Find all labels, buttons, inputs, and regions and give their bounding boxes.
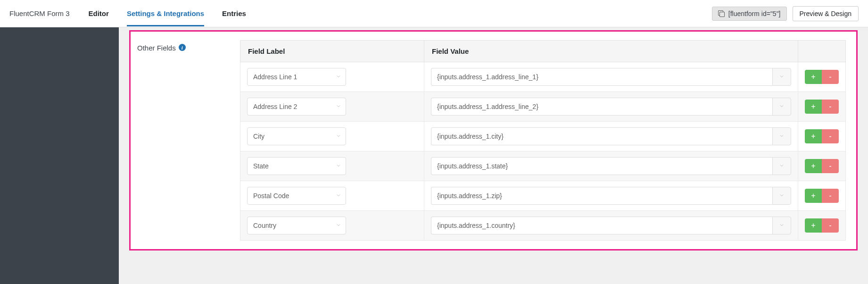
header-field-label: Field Label xyxy=(240,41,424,62)
preview-design-button[interactable]: Preview & Design xyxy=(793,6,859,21)
remove-row-button[interactable]: - xyxy=(822,70,839,84)
field-value-dropdown[interactable] xyxy=(772,98,791,116)
field-value-input[interactable] xyxy=(431,98,772,116)
table-row: + - xyxy=(240,181,846,211)
table-row: + - xyxy=(240,151,846,181)
table-row: + - xyxy=(240,122,846,151)
form-title: FluentCRM Form 3 xyxy=(9,9,70,17)
add-row-button[interactable]: + xyxy=(805,189,822,203)
field-value-input[interactable] xyxy=(431,127,772,145)
main-tabs: Editor Settings & Integrations Entries xyxy=(89,1,246,26)
copy-icon xyxy=(718,10,725,17)
field-value-input[interactable] xyxy=(431,68,772,86)
row-actions: + - xyxy=(805,70,839,84)
chevron-down-icon xyxy=(779,103,785,110)
top-bar-right: [fluentform id="5"] Preview & Design xyxy=(712,6,859,21)
fields-table: Field Label Field Value xyxy=(240,40,846,241)
row-actions: + - xyxy=(805,189,839,203)
field-value-dropdown[interactable] xyxy=(772,187,791,205)
field-label-input[interactable] xyxy=(247,98,346,116)
other-fields-section: Other Fields i Field Label Field Value xyxy=(129,30,858,251)
tab-entries[interactable]: Entries xyxy=(222,1,246,26)
top-bar-left: FluentCRM Form 3 Editor Settings & Integ… xyxy=(9,1,246,26)
row-actions: + - xyxy=(805,100,839,114)
field-label-select[interactable] xyxy=(247,68,346,86)
field-label-input[interactable] xyxy=(247,157,346,175)
field-value-dropdown[interactable] xyxy=(772,217,791,234)
add-row-button[interactable]: + xyxy=(805,70,822,84)
field-value-input[interactable] xyxy=(431,157,772,175)
add-row-button[interactable]: + xyxy=(805,218,822,233)
tab-editor[interactable]: Editor xyxy=(89,1,109,26)
main-panel: Other Fields i Field Label Field Value xyxy=(119,27,868,284)
table-row: + - xyxy=(240,211,846,241)
chevron-down-icon xyxy=(779,192,785,200)
field-label-input[interactable] xyxy=(247,68,346,86)
section-label-wrap: Other Fields i xyxy=(137,40,231,241)
field-value-dropdown[interactable] xyxy=(772,157,791,175)
remove-row-button[interactable]: - xyxy=(822,100,839,114)
top-bar: FluentCRM Form 3 Editor Settings & Integ… xyxy=(0,0,868,27)
sidebar-spacer xyxy=(0,27,119,284)
header-field-value: Field Value xyxy=(424,41,798,62)
field-label-select[interactable] xyxy=(247,217,346,234)
field-value-dropdown[interactable] xyxy=(772,68,791,86)
shortcode-box[interactable]: [fluentform id="5"] xyxy=(712,7,787,21)
field-label-input[interactable] xyxy=(247,217,346,234)
header-actions xyxy=(798,41,846,62)
field-label-select[interactable] xyxy=(247,187,346,205)
add-row-button[interactable]: + xyxy=(805,159,822,173)
chevron-down-icon xyxy=(779,222,785,229)
remove-row-button[interactable]: - xyxy=(822,189,839,203)
row-actions: + - xyxy=(805,129,839,143)
field-value-input[interactable] xyxy=(431,187,772,205)
chevron-down-icon xyxy=(779,73,785,81)
remove-row-button[interactable]: - xyxy=(822,129,839,143)
remove-row-button[interactable]: - xyxy=(822,159,839,173)
field-label-select[interactable] xyxy=(247,98,346,116)
chevron-down-icon xyxy=(779,162,785,170)
field-value-input[interactable] xyxy=(431,217,772,234)
tab-settings[interactable]: Settings & Integrations xyxy=(127,1,204,26)
field-label-input[interactable] xyxy=(247,127,346,145)
table-row: + - xyxy=(240,62,846,92)
chevron-down-icon xyxy=(779,133,785,140)
add-row-button[interactable]: + xyxy=(805,129,822,143)
content-wrap: Other Fields i Field Label Field Value xyxy=(0,27,868,284)
shortcode-text: [fluentform id="5"] xyxy=(728,10,781,17)
info-icon[interactable]: i xyxy=(179,44,186,51)
remove-row-button[interactable]: - xyxy=(822,218,839,233)
field-label-input[interactable] xyxy=(247,187,346,205)
row-actions: + - xyxy=(805,159,839,173)
field-label-select[interactable] xyxy=(247,127,346,145)
row-actions: + - xyxy=(805,218,839,233)
section-label: Other Fields xyxy=(137,44,176,52)
add-row-button[interactable]: + xyxy=(805,100,822,114)
field-label-select[interactable] xyxy=(247,157,346,175)
field-value-dropdown[interactable] xyxy=(772,127,791,145)
table-row: + - xyxy=(240,92,846,122)
